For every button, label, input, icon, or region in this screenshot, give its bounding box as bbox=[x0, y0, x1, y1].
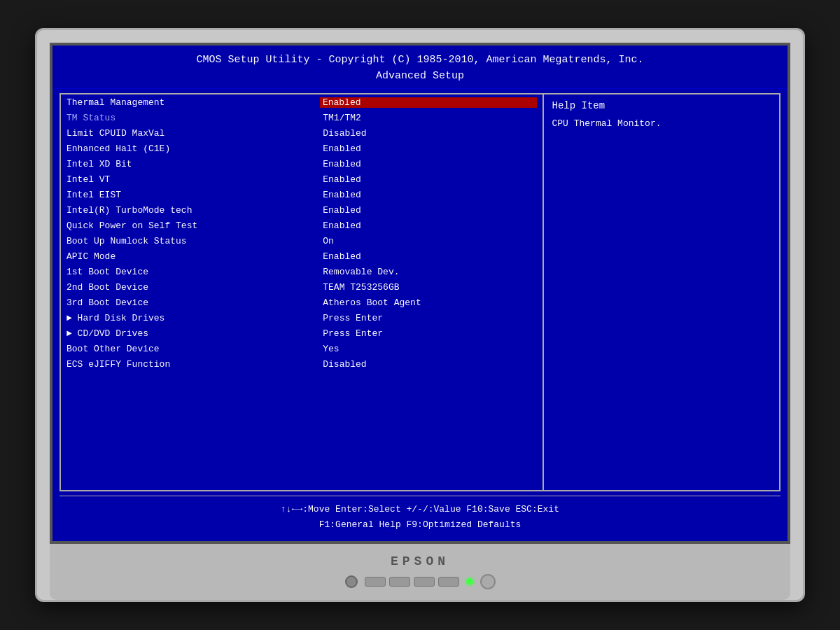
row-label: ► CD/DVD Drives bbox=[66, 328, 323, 339]
bios-row[interactable]: 1st Boot DeviceRemovable Dev. bbox=[61, 264, 542, 279]
bios-row[interactable]: Intel(R) TurboMode techEnabled bbox=[61, 202, 542, 218]
monitor: CMOS Setup Utility - Copyright (C) 1985-… bbox=[35, 28, 805, 602]
header-line2: Advanced Setup bbox=[52, 69, 788, 85]
power-led bbox=[466, 578, 473, 585]
help-panel: Help Item CPU Thermal Monitor. bbox=[544, 94, 780, 490]
bios-row[interactable]: ECS eJIFFY FunctionDisabled bbox=[61, 356, 542, 372]
menu-btn-4[interactable] bbox=[438, 577, 459, 587]
bios-row[interactable]: Intel EISTEnabled bbox=[61, 187, 542, 202]
help-title: Help Item bbox=[552, 100, 771, 111]
screen: CMOS Setup Utility - Copyright (C) 1985-… bbox=[50, 43, 790, 544]
row-value: On bbox=[323, 236, 536, 246]
row-label: 3rd Boot Device bbox=[66, 298, 323, 308]
footer-line2: F1:General Help F9:Optimized Defaults bbox=[59, 517, 780, 533]
row-value: Enabled bbox=[323, 159, 536, 169]
row-value: Enabled bbox=[323, 205, 536, 216]
bios-row[interactable]: APIC ModeEnabled bbox=[61, 248, 542, 264]
settings-panel: Thermal ManagementEnabledTM StatusTM1/TM… bbox=[61, 94, 544, 490]
bios-row[interactable]: Intel XD BitEnabled bbox=[61, 156, 542, 172]
menu-buttons bbox=[365, 577, 459, 587]
row-label: Boot Other Device bbox=[66, 344, 323, 354]
bios-row[interactable]: Boot Other DeviceYes bbox=[61, 341, 542, 356]
row-label: 1st Boot Device bbox=[66, 267, 323, 277]
help-content: CPU Thermal Monitor. bbox=[552, 118, 771, 129]
row-label: Limit CPUID MaxVal bbox=[66, 128, 323, 139]
bios-row[interactable]: ► CD/DVD DrivesPress Enter bbox=[61, 326, 542, 341]
row-value: Press Enter bbox=[323, 313, 536, 323]
menu-btn-2[interactable] bbox=[389, 577, 410, 587]
header-line1: CMOS Setup Utility - Copyright (C) 1985-… bbox=[52, 52, 788, 69]
bios-row[interactable]: Intel VTEnabled bbox=[61, 172, 542, 187]
bios-row[interactable]: ► Hard Disk DrivesPress Enter bbox=[61, 310, 542, 326]
row-label: Quick Power on Self Test bbox=[66, 220, 323, 231]
bios-footer: ↑↓←→:Move Enter:Select +/-/:Value F10:Sa… bbox=[59, 496, 780, 537]
row-label: 2nd Boot Device bbox=[66, 282, 323, 293]
footer-line1: ↑↓←→:Move Enter:Select +/-/:Value F10:Sa… bbox=[59, 502, 780, 517]
menu-btn-3[interactable] bbox=[414, 577, 435, 587]
row-value: Removable Dev. bbox=[323, 267, 536, 277]
bios-row[interactable]: Boot Up Numlock StatusOn bbox=[61, 233, 542, 248]
row-label: APIC Mode bbox=[66, 251, 323, 262]
row-label: Intel VT bbox=[66, 174, 323, 185]
row-label: Boot Up Numlock Status bbox=[66, 236, 323, 246]
bios-row[interactable]: Quick Power on Self TestEnabled bbox=[61, 218, 542, 233]
row-value: TEAM T253256GB bbox=[323, 282, 536, 293]
menu-btn-1[interactable] bbox=[365, 577, 386, 587]
row-label: Intel EIST bbox=[66, 190, 323, 200]
bios-row[interactable]: Thermal ManagementEnabled bbox=[61, 94, 542, 110]
row-value: Enabled bbox=[323, 220, 536, 231]
row-label: ► Hard Disk Drives bbox=[66, 313, 323, 323]
row-label: Intel(R) TurboMode tech bbox=[66, 205, 323, 216]
bios-header: CMOS Setup Utility - Copyright (C) 1985-… bbox=[52, 46, 788, 89]
row-value: TM1/TM2 bbox=[323, 113, 536, 123]
row-label: TM Status bbox=[66, 113, 323, 123]
bios-row[interactable]: Limit CPUID MaxValDisabled bbox=[61, 125, 542, 141]
row-value: Enabled bbox=[323, 174, 536, 185]
audio-jack bbox=[345, 575, 358, 588]
row-value: Disabled bbox=[323, 128, 536, 139]
row-value: Disabled bbox=[323, 359, 536, 370]
row-value: Enabled bbox=[320, 97, 537, 108]
row-value: Yes bbox=[323, 344, 536, 354]
monitor-controls bbox=[345, 574, 496, 589]
row-label: ECS eJIFFY Function bbox=[66, 359, 323, 370]
row-label: Enhanced Halt (C1E) bbox=[66, 144, 323, 154]
main-area: Thermal ManagementEnabledTM StatusTM1/TM… bbox=[59, 93, 780, 491]
bios-row[interactable]: Enhanced Halt (C1E)Enabled bbox=[61, 141, 542, 156]
monitor-bottom: EPSON bbox=[50, 544, 790, 600]
row-label: Intel XD Bit bbox=[66, 159, 323, 169]
row-label: Thermal Management bbox=[66, 97, 320, 108]
power-button[interactable] bbox=[480, 574, 496, 589]
brand-label: EPSON bbox=[391, 554, 449, 568]
bios-row[interactable]: TM StatusTM1/TM2 bbox=[61, 110, 542, 125]
row-value: Enabled bbox=[323, 251, 536, 262]
row-value: Atheros Boot Agent bbox=[323, 298, 536, 308]
row-value: Enabled bbox=[323, 190, 536, 200]
row-value: Enabled bbox=[323, 144, 536, 154]
row-value: Press Enter bbox=[323, 328, 536, 339]
bios-row[interactable]: 2nd Boot DeviceTEAM T253256GB bbox=[61, 279, 542, 295]
bios-row[interactable]: 3rd Boot DeviceAtheros Boot Agent bbox=[61, 295, 542, 310]
